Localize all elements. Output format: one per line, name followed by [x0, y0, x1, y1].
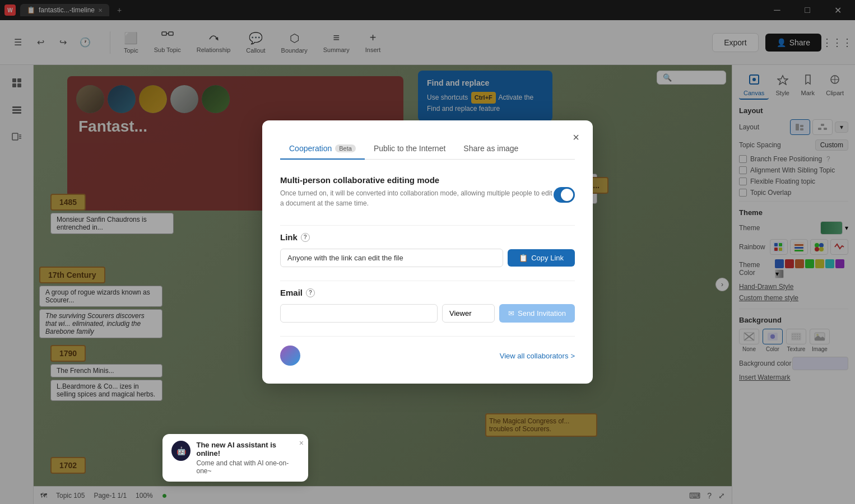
modal-close-button[interactable]: ×	[568, 129, 584, 145]
ai-avatar: 🤖	[171, 441, 190, 461]
copy-link-button[interactable]: 📋 Copy Link	[508, 249, 575, 267]
ai-notification-content: The new AI assistant is online! Come and…	[196, 441, 299, 475]
ai-notification-close-button[interactable]: ×	[299, 438, 304, 447]
email-input[interactable]	[280, 304, 438, 323]
chevron-right-icon: >	[570, 352, 575, 360]
link-row: Anyone with the link can edit the file A…	[280, 249, 575, 267]
toggle-knob	[561, 189, 573, 201]
tab-share-image[interactable]: Share as image	[454, 138, 527, 160]
email-label: Email ?	[280, 288, 575, 297]
send-icon: ✉	[508, 309, 514, 318]
multi-edit-section: Multi-person collaborative editing mode …	[280, 175, 575, 214]
multi-edit-row: Multi-person collaborative editing mode …	[280, 175, 575, 214]
divider-modal-1	[280, 225, 575, 226]
modal-overlay[interactable]: × Cooperation Beta Public to the Interne…	[0, 0, 855, 504]
tab-public-internet[interactable]: Public to the Internet	[365, 138, 454, 160]
link-label: Link ?	[280, 232, 575, 242]
view-all-link[interactable]: View all collaborators >	[500, 352, 575, 360]
modal-tabs: Cooperation Beta Public to the Internet …	[280, 138, 575, 160]
link-section: Link ? Anyone with the link can edit the…	[280, 232, 575, 267]
email-row: Viewer Editor Commenter ✉ Send Invitatio…	[280, 304, 575, 323]
multi-edit-text: Multi-person collaborative editing mode …	[280, 175, 554, 214]
divider-modal-2	[280, 281, 575, 281]
collaborators-row: View all collaborators >	[280, 346, 575, 366]
divider-modal-3	[280, 336, 575, 337]
tab-cooperation[interactable]: Cooperation Beta	[280, 138, 365, 160]
email-section: Email ? Viewer Editor Commenter ✉ Send I…	[280, 288, 575, 323]
role-select[interactable]: Viewer Editor Commenter	[442, 304, 495, 323]
link-permission-select[interactable]: Anyone with the link can edit the file A…	[280, 249, 503, 267]
collaborator-avatar	[280, 346, 300, 366]
cooperation-modal: × Cooperation Beta Public to the Interne…	[262, 120, 593, 384]
email-info-icon[interactable]: ?	[306, 288, 315, 297]
copy-icon: 📋	[519, 254, 528, 262]
link-info-icon[interactable]: ?	[301, 233, 310, 242]
ai-notification: 🤖 The new AI assistant is online! Come a…	[162, 434, 308, 482]
send-invitation-button[interactable]: ✉ Send Invitation	[499, 304, 575, 323]
beta-badge: Beta	[335, 144, 356, 152]
multi-edit-toggle[interactable]	[554, 187, 575, 203]
